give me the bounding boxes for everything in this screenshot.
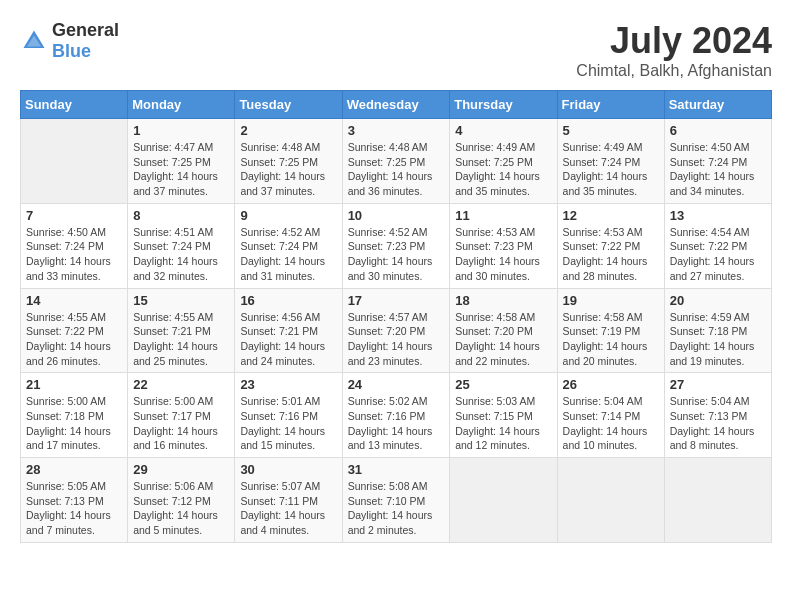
day-number: 19 <box>563 293 659 308</box>
day-number: 6 <box>670 123 766 138</box>
calendar-cell: 7Sunrise: 4:50 AMSunset: 7:24 PMDaylight… <box>21 203 128 288</box>
subtitle: Chimtal, Balkh, Afghanistan <box>576 62 772 80</box>
day-number: 22 <box>133 377 229 392</box>
calendar-cell: 17Sunrise: 4:57 AMSunset: 7:20 PMDayligh… <box>342 288 450 373</box>
calendar-cell <box>450 458 557 543</box>
day-info: Sunrise: 4:53 AMSunset: 7:22 PMDaylight:… <box>563 225 659 284</box>
calendar-cell: 12Sunrise: 4:53 AMSunset: 7:22 PMDayligh… <box>557 203 664 288</box>
day-info: Sunrise: 4:51 AMSunset: 7:24 PMDaylight:… <box>133 225 229 284</box>
calendar-cell: 6Sunrise: 4:50 AMSunset: 7:24 PMDaylight… <box>664 119 771 204</box>
day-number: 27 <box>670 377 766 392</box>
calendar-cell: 14Sunrise: 4:55 AMSunset: 7:22 PMDayligh… <box>21 288 128 373</box>
logo: General Blue <box>20 20 119 62</box>
day-number: 10 <box>348 208 445 223</box>
calendar-cell: 31Sunrise: 5:08 AMSunset: 7:10 PMDayligh… <box>342 458 450 543</box>
day-info: Sunrise: 4:55 AMSunset: 7:21 PMDaylight:… <box>133 310 229 369</box>
logo-icon <box>20 27 48 55</box>
calendar-cell: 1Sunrise: 4:47 AMSunset: 7:25 PMDaylight… <box>128 119 235 204</box>
day-info: Sunrise: 4:57 AMSunset: 7:20 PMDaylight:… <box>348 310 445 369</box>
calendar-cell: 20Sunrise: 4:59 AMSunset: 7:18 PMDayligh… <box>664 288 771 373</box>
calendar-cell <box>664 458 771 543</box>
day-number: 15 <box>133 293 229 308</box>
calendar-cell: 11Sunrise: 4:53 AMSunset: 7:23 PMDayligh… <box>450 203 557 288</box>
calendar-cell <box>21 119 128 204</box>
calendar-table: SundayMondayTuesdayWednesdayThursdayFrid… <box>20 90 772 543</box>
calendar-header-row: SundayMondayTuesdayWednesdayThursdayFrid… <box>21 91 772 119</box>
day-number: 13 <box>670 208 766 223</box>
calendar-cell: 16Sunrise: 4:56 AMSunset: 7:21 PMDayligh… <box>235 288 342 373</box>
calendar-cell: 15Sunrise: 4:55 AMSunset: 7:21 PMDayligh… <box>128 288 235 373</box>
day-info: Sunrise: 5:07 AMSunset: 7:11 PMDaylight:… <box>240 479 336 538</box>
day-info: Sunrise: 5:06 AMSunset: 7:12 PMDaylight:… <box>133 479 229 538</box>
day-number: 30 <box>240 462 336 477</box>
calendar-cell: 30Sunrise: 5:07 AMSunset: 7:11 PMDayligh… <box>235 458 342 543</box>
day-info: Sunrise: 4:47 AMSunset: 7:25 PMDaylight:… <box>133 140 229 199</box>
calendar-cell: 19Sunrise: 4:58 AMSunset: 7:19 PMDayligh… <box>557 288 664 373</box>
day-info: Sunrise: 4:58 AMSunset: 7:20 PMDaylight:… <box>455 310 551 369</box>
day-number: 8 <box>133 208 229 223</box>
calendar-cell: 13Sunrise: 4:54 AMSunset: 7:22 PMDayligh… <box>664 203 771 288</box>
calendar-week-row: 7Sunrise: 4:50 AMSunset: 7:24 PMDaylight… <box>21 203 772 288</box>
day-info: Sunrise: 4:49 AMSunset: 7:24 PMDaylight:… <box>563 140 659 199</box>
calendar-cell: 25Sunrise: 5:03 AMSunset: 7:15 PMDayligh… <box>450 373 557 458</box>
calendar-cell: 21Sunrise: 5:00 AMSunset: 7:18 PMDayligh… <box>21 373 128 458</box>
day-number: 20 <box>670 293 766 308</box>
day-number: 9 <box>240 208 336 223</box>
calendar-day-header: Friday <box>557 91 664 119</box>
calendar-cell: 10Sunrise: 4:52 AMSunset: 7:23 PMDayligh… <box>342 203 450 288</box>
logo-text-general: General <box>52 20 119 40</box>
day-number: 4 <box>455 123 551 138</box>
day-info: Sunrise: 4:53 AMSunset: 7:23 PMDaylight:… <box>455 225 551 284</box>
logo-text-blue: Blue <box>52 41 91 61</box>
calendar-cell: 24Sunrise: 5:02 AMSunset: 7:16 PMDayligh… <box>342 373 450 458</box>
day-number: 12 <box>563 208 659 223</box>
calendar-cell: 18Sunrise: 4:58 AMSunset: 7:20 PMDayligh… <box>450 288 557 373</box>
day-number: 3 <box>348 123 445 138</box>
day-info: Sunrise: 5:08 AMSunset: 7:10 PMDaylight:… <box>348 479 445 538</box>
calendar-week-row: 21Sunrise: 5:00 AMSunset: 7:18 PMDayligh… <box>21 373 772 458</box>
day-info: Sunrise: 4:49 AMSunset: 7:25 PMDaylight:… <box>455 140 551 199</box>
calendar-cell: 26Sunrise: 5:04 AMSunset: 7:14 PMDayligh… <box>557 373 664 458</box>
day-info: Sunrise: 4:48 AMSunset: 7:25 PMDaylight:… <box>348 140 445 199</box>
day-info: Sunrise: 5:04 AMSunset: 7:14 PMDaylight:… <box>563 394 659 453</box>
day-info: Sunrise: 4:50 AMSunset: 7:24 PMDaylight:… <box>26 225 122 284</box>
calendar-day-header: Saturday <box>664 91 771 119</box>
calendar-cell: 8Sunrise: 4:51 AMSunset: 7:24 PMDaylight… <box>128 203 235 288</box>
main-title: July 2024 <box>576 20 772 62</box>
day-info: Sunrise: 4:56 AMSunset: 7:21 PMDaylight:… <box>240 310 336 369</box>
day-number: 29 <box>133 462 229 477</box>
day-number: 18 <box>455 293 551 308</box>
calendar-cell: 5Sunrise: 4:49 AMSunset: 7:24 PMDaylight… <box>557 119 664 204</box>
day-info: Sunrise: 4:55 AMSunset: 7:22 PMDaylight:… <box>26 310 122 369</box>
calendar-cell: 3Sunrise: 4:48 AMSunset: 7:25 PMDaylight… <box>342 119 450 204</box>
day-info: Sunrise: 4:52 AMSunset: 7:23 PMDaylight:… <box>348 225 445 284</box>
calendar-week-row: 28Sunrise: 5:05 AMSunset: 7:13 PMDayligh… <box>21 458 772 543</box>
day-number: 2 <box>240 123 336 138</box>
day-number: 1 <box>133 123 229 138</box>
day-info: Sunrise: 5:04 AMSunset: 7:13 PMDaylight:… <box>670 394 766 453</box>
calendar-week-row: 1Sunrise: 4:47 AMSunset: 7:25 PMDaylight… <box>21 119 772 204</box>
day-number: 26 <box>563 377 659 392</box>
day-info: Sunrise: 4:58 AMSunset: 7:19 PMDaylight:… <box>563 310 659 369</box>
day-number: 16 <box>240 293 336 308</box>
day-info: Sunrise: 5:03 AMSunset: 7:15 PMDaylight:… <box>455 394 551 453</box>
day-info: Sunrise: 4:54 AMSunset: 7:22 PMDaylight:… <box>670 225 766 284</box>
day-number: 11 <box>455 208 551 223</box>
calendar-week-row: 14Sunrise: 4:55 AMSunset: 7:22 PMDayligh… <box>21 288 772 373</box>
day-info: Sunrise: 5:00 AMSunset: 7:17 PMDaylight:… <box>133 394 229 453</box>
day-number: 17 <box>348 293 445 308</box>
calendar-day-header: Wednesday <box>342 91 450 119</box>
calendar-day-header: Thursday <box>450 91 557 119</box>
calendar-day-header: Sunday <box>21 91 128 119</box>
day-info: Sunrise: 5:00 AMSunset: 7:18 PMDaylight:… <box>26 394 122 453</box>
day-info: Sunrise: 4:52 AMSunset: 7:24 PMDaylight:… <box>240 225 336 284</box>
calendar-cell <box>557 458 664 543</box>
day-info: Sunrise: 5:02 AMSunset: 7:16 PMDaylight:… <box>348 394 445 453</box>
day-number: 25 <box>455 377 551 392</box>
day-number: 5 <box>563 123 659 138</box>
calendar-cell: 22Sunrise: 5:00 AMSunset: 7:17 PMDayligh… <box>128 373 235 458</box>
day-number: 24 <box>348 377 445 392</box>
calendar-cell: 4Sunrise: 4:49 AMSunset: 7:25 PMDaylight… <box>450 119 557 204</box>
calendar-day-header: Monday <box>128 91 235 119</box>
calendar-day-header: Tuesday <box>235 91 342 119</box>
